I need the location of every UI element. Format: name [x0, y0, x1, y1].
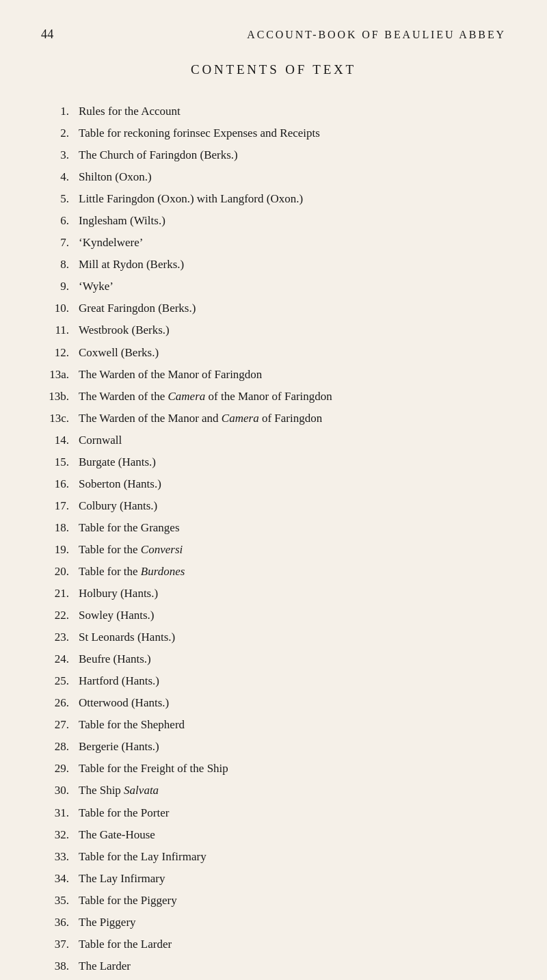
item-text: Table for reckoning forinsec Expenses an…: [79, 124, 506, 143]
item-number: 6.: [41, 211, 79, 230]
list-item: 20.Table for the Burdones: [41, 562, 506, 581]
book-title: ACCOUNT-BOOK OF BEAULIEU ABBEY: [247, 29, 506, 41]
list-item: 25.Hartford (Hants.): [41, 672, 506, 691]
list-item: 30.The Ship Salvata: [41, 781, 506, 800]
item-text: Bergerie (Hants.): [79, 737, 506, 756]
item-text: Coxwell (Berks.): [79, 343, 506, 362]
list-item: 24.Beufre (Hants.): [41, 650, 506, 669]
item-number: 13c.: [41, 409, 79, 428]
item-number: 7.: [41, 233, 79, 252]
item-text: Table for the Conversi: [79, 540, 506, 559]
item-text: Mill at Rydon (Berks.): [79, 255, 506, 274]
item-text: The Warden of the Manor and Camera of Fa…: [79, 409, 506, 428]
list-item: 6.Inglesham (Wilts.): [41, 211, 506, 230]
item-number: 33.: [41, 847, 79, 866]
list-item: 11.Westbrook (Berks.): [41, 321, 506, 340]
list-item: 1.Rules for the Account: [41, 102, 506, 121]
item-number: 36.: [41, 913, 79, 932]
item-text: Table for the Burdones: [79, 562, 506, 581]
item-number: 19.: [41, 540, 79, 559]
item-number: 20.: [41, 562, 79, 581]
list-item: 10.Great Faringdon (Berks.): [41, 299, 506, 318]
item-text: The Gate-House: [79, 825, 506, 845]
item-text: Shilton (Oxon.): [79, 168, 506, 187]
item-number: 13a.: [41, 365, 79, 384]
item-text: Table for the Freight of the Ship: [79, 759, 506, 778]
item-number: 18.: [41, 518, 79, 538]
item-number: 1.: [41, 102, 79, 121]
section-title: CONTENTS OF TEXT: [41, 62, 506, 77]
item-number: 17.: [41, 496, 79, 516]
contents-list: 1.Rules for the Account2.Table for recko…: [41, 102, 506, 980]
list-item: 5.Little Faringdon (Oxon.) with Langford…: [41, 189, 506, 209]
item-number: 35.: [41, 891, 79, 910]
item-number: 27.: [41, 715, 79, 734]
item-number: 32.: [41, 825, 79, 845]
item-text: The Ship Salvata: [79, 781, 506, 800]
item-number: 25.: [41, 672, 79, 691]
item-text: Little Faringdon (Oxon.) with Langford (…: [79, 189, 506, 209]
item-text: Otterwood (Hants.): [79, 693, 506, 713]
list-item: 33.Table for the Lay Infirmary: [41, 847, 506, 866]
list-item: 19.Table for the Conversi: [41, 540, 506, 559]
page-number: 44: [41, 27, 54, 42]
item-number: 22.: [41, 606, 79, 625]
item-number: 24.: [41, 650, 79, 669]
list-item: 32.The Gate-House: [41, 825, 506, 845]
item-number: 5.: [41, 189, 79, 209]
list-item: 14.Cornwall: [41, 431, 506, 450]
item-text: Hartford (Hants.): [79, 672, 506, 691]
item-number: 28.: [41, 737, 79, 756]
item-text: Table for the Larder: [79, 935, 506, 954]
item-number: 21.: [41, 584, 79, 603]
item-number: 29.: [41, 759, 79, 778]
item-number: 3.: [41, 146, 79, 165]
item-text: Sowley (Hants.): [79, 606, 506, 625]
item-number: 14.: [41, 431, 79, 450]
item-text: Table for the Piggery: [79, 891, 506, 910]
list-item: 15.Burgate (Hants.): [41, 453, 506, 472]
item-number: 8.: [41, 255, 79, 274]
list-item: 21.Holbury (Hants.): [41, 584, 506, 603]
list-item: 28.Bergerie (Hants.): [41, 737, 506, 756]
item-number: 2.: [41, 124, 79, 143]
item-text: Beufre (Hants.): [79, 650, 506, 669]
item-text: Table for the Lay Infirmary: [79, 847, 506, 866]
list-item: 9.‘Wyke’: [41, 277, 506, 296]
list-item: 17.Colbury (Hants.): [41, 496, 506, 516]
list-item: 7.‘Kyndelwere’: [41, 233, 506, 252]
item-number: 13b.: [41, 387, 79, 406]
item-number: 4.: [41, 168, 79, 187]
item-text: Great Faringdon (Berks.): [79, 299, 506, 318]
item-text: Cornwall: [79, 431, 506, 450]
item-text: Westbrook (Berks.): [79, 321, 506, 340]
list-item: 3.The Church of Faringdon (Berks.): [41, 146, 506, 165]
item-text: Colbury (Hants.): [79, 496, 506, 516]
item-text: The Warden of the Camera of the Manor of…: [79, 387, 506, 406]
item-number: 31.: [41, 804, 79, 823]
list-item: 36.The Piggery: [41, 913, 506, 932]
item-number: 12.: [41, 343, 79, 362]
list-item: 4.Shilton (Oxon.): [41, 168, 506, 187]
item-number: 15.: [41, 453, 79, 472]
list-item: 34.The Lay Infirmary: [41, 869, 506, 888]
item-text: The Church of Faringdon (Berks.): [79, 146, 506, 165]
item-text: Rules for the Account: [79, 102, 506, 121]
list-item: 16.Soberton (Hants.): [41, 475, 506, 494]
list-item: 27.Table for the Shepherd: [41, 715, 506, 734]
list-item: 31.Table for the Porter: [41, 804, 506, 823]
list-item: 13b.The Warden of the Camera of the Mano…: [41, 387, 506, 406]
item-text: The Piggery: [79, 913, 506, 932]
item-number: 10.: [41, 299, 79, 318]
list-item: 22.Sowley (Hants.): [41, 606, 506, 625]
list-item: 37.Table for the Larder: [41, 935, 506, 954]
item-number: 34.: [41, 869, 79, 888]
item-text: ‘Kyndelwere’: [79, 233, 506, 252]
item-number: 37.: [41, 935, 79, 954]
list-item: 38.The Larder: [41, 957, 506, 976]
list-item: 13a.The Warden of the Manor of Faringdon: [41, 365, 506, 384]
item-text: Burgate (Hants.): [79, 453, 506, 472]
page-header: 44 ACCOUNT-BOOK OF BEAULIEU ABBEY: [41, 27, 506, 42]
list-item: 12.Coxwell (Berks.): [41, 343, 506, 362]
item-text: Soberton (Hants.): [79, 475, 506, 494]
